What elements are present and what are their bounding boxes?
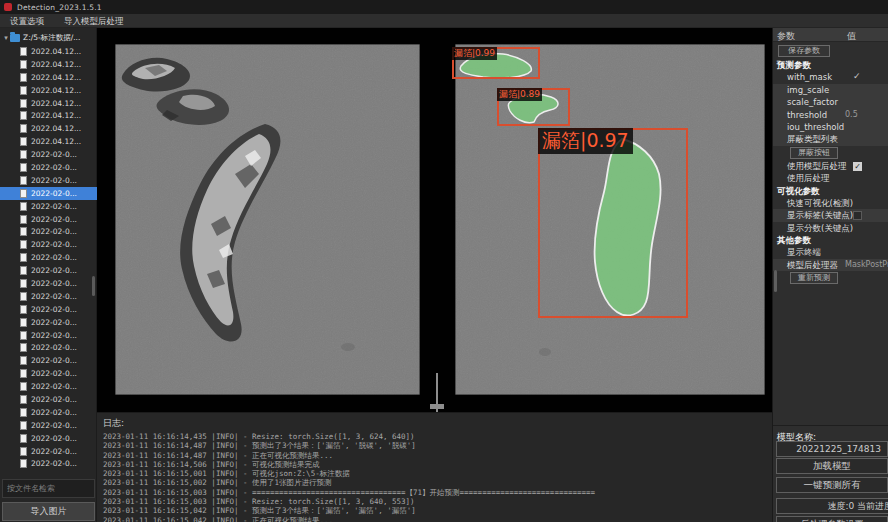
file-icon	[20, 202, 27, 211]
log-lines: 2023-01-11 16:16:14,435 |INFO| - Resize:…	[97, 432, 772, 522]
predict-all-button[interactable]: 一键预测所有	[776, 477, 888, 493]
image-area: 漏箔|0.99漏箔|0.89漏箔|0.97	[97, 28, 772, 412]
file-icon	[20, 227, 27, 236]
tree-item-label: 2022-02-0...	[31, 343, 77, 352]
original-image	[115, 44, 420, 395]
param-section[interactable]: 可视化参数	[773, 185, 888, 197]
param-label: 使用模型后处理	[787, 161, 847, 172]
postprocess-settings-button[interactable]: 后处理参数设置	[776, 516, 888, 522]
param-action-button[interactable]: 重新预测	[790, 272, 838, 284]
tree-item[interactable]: 2022-02-0...	[0, 277, 97, 290]
param-label: scale_factor	[787, 97, 838, 107]
param-label: 屏蔽类型列表	[787, 134, 838, 145]
tree-item[interactable]: 2022.04.12...	[0, 45, 97, 58]
tree-item[interactable]: 2022.04.12...	[0, 84, 97, 97]
tree-item[interactable]: 2022-02-0...	[0, 200, 97, 213]
tree-item-label: 2022-02-0...	[31, 189, 77, 198]
param-row[interactable]: iou_threshold	[773, 121, 888, 133]
param-row[interactable]: threshold0.5	[773, 109, 888, 121]
import-image-button[interactable]: 导入图片	[2, 502, 95, 521]
tree-item[interactable]: 2022-02-0...	[0, 432, 97, 445]
detection-overlay: 漏箔|0.99漏箔|0.89漏箔|0.97	[455, 44, 765, 395]
params-scrollbar[interactable]	[774, 270, 777, 292]
tree-root[interactable]: ▾ Z:/5-标注数据/...	[0, 31, 80, 44]
load-model-button[interactable]: 加载模型	[776, 458, 888, 474]
tree-item-label: 2022-02-0...	[31, 318, 77, 327]
tree-item[interactable]: 2022.04.12...	[0, 109, 97, 122]
param-section[interactable]: 预测参数	[773, 59, 888, 71]
tree-item[interactable]: 2022-02-0...	[0, 290, 97, 303]
tree-item-label: 2022.04.12...	[31, 99, 81, 108]
viewport-prediction[interactable]: 漏箔|0.99漏箔|0.89漏箔|0.97	[455, 44, 765, 395]
tree-item[interactable]: 2022.04.12...	[0, 122, 97, 135]
tree-item[interactable]: 2022-02-0...	[0, 419, 97, 432]
param-button-row: 重新预测	[773, 271, 888, 285]
save-params-button[interactable]: 保存参数	[778, 45, 830, 57]
param-section[interactable]: 其他参数	[773, 234, 888, 246]
checkbox-unchecked-icon[interactable]	[853, 211, 862, 220]
viewport-splitter-handle[interactable]	[430, 404, 444, 409]
log-line: 2023-01-11 16:16:15,003 |INFO| - =======…	[103, 488, 772, 497]
param-row[interactable]: 显示标签(关键点)	[773, 209, 888, 221]
tree-item-label: 2022.04.12...	[31, 137, 81, 146]
param-row[interactable]: 显示终端	[773, 246, 888, 258]
param-row[interactable]: 使用后处理	[773, 172, 888, 184]
log-line: 2023-01-11 16:16:15,001 |INFO| - 可视化json…	[103, 469, 772, 478]
tree-item[interactable]: 2022-02-0...	[0, 380, 97, 393]
file-icon	[20, 305, 27, 314]
tree-item[interactable]: 2022.04.12...	[0, 58, 97, 71]
tree-item[interactable]: 2022-02-0...	[0, 148, 97, 161]
tree-item[interactable]: 2022-02-0...	[0, 251, 97, 264]
tree-item[interactable]: 2022-02-0...	[0, 213, 97, 226]
tree-item[interactable]: 2022-02-0...	[0, 238, 97, 251]
tree-item[interactable]: 2022-02-0...	[0, 367, 97, 380]
param-value: MaskPostPro	[845, 260, 888, 269]
tree-item[interactable]: 2022-02-0...	[0, 329, 97, 342]
tree-item[interactable]: 2022-02-0...	[0, 393, 97, 406]
detection-label: 漏箔|0.89	[497, 88, 542, 101]
file-icon	[20, 292, 27, 301]
search-input[interactable]	[2, 479, 95, 498]
menu-settings[interactable]: 设置选项	[0, 14, 54, 28]
tree-item[interactable]: 2022-02-0...	[0, 225, 97, 238]
viewport-original[interactable]	[115, 44, 420, 395]
tree-item-label: 2022.04.12...	[31, 124, 81, 133]
tree-item[interactable]: 2022.04.12...	[0, 71, 97, 84]
tree-item[interactable]: 2022.04.12...	[0, 97, 97, 110]
file-icon	[20, 73, 27, 82]
tree-item[interactable]: 2022-02-0...	[0, 458, 97, 471]
tree-item[interactable]: 2022-02-0...	[0, 303, 97, 316]
param-row[interactable]: img_scale	[773, 84, 888, 96]
tree-item-label: 2022-02-0...	[31, 292, 77, 301]
app-window: { "window": { "title": "Detection_2023.1…	[0, 0, 888, 522]
checkbox-checked-icon[interactable]: ✓	[853, 162, 862, 171]
param-row[interactable]: 使用模型后处理✓	[773, 160, 888, 172]
param-row[interactable]: with_mask✓	[773, 71, 888, 83]
tree-item[interactable]: 2022-02-0...	[0, 174, 97, 187]
tree-item-label: 2022-02-0...	[31, 459, 77, 468]
param-action-button[interactable]: 屏蔽按钮	[790, 147, 838, 159]
tree-scrollbar[interactable]	[92, 276, 95, 296]
param-row[interactable]: 显示分数(关键点)	[773, 222, 888, 234]
param-row[interactable]: 屏蔽类型列表	[773, 133, 888, 145]
param-row[interactable]: scale_factor	[773, 96, 888, 108]
param-label: threshold	[787, 110, 827, 120]
tree-item[interactable]: 2022-02-0...	[0, 354, 97, 367]
tree-item[interactable]: 2022.04.12...	[0, 135, 97, 148]
tree-item[interactable]: 2022-02-0...	[0, 445, 97, 458]
tree-item[interactable]: 2022-02-0...	[0, 406, 97, 419]
tree-item-label: 2022-02-0...	[31, 253, 77, 262]
param-row[interactable]: 模型后处理器MaskPostPro	[773, 259, 888, 271]
param-row[interactable]: 快速可视化(检测)	[773, 197, 888, 209]
tree-item-label: 2022-02-0...	[31, 356, 77, 365]
tree-item-label: 2022.04.12...	[31, 60, 81, 69]
file-icon	[20, 47, 27, 56]
tree-item[interactable]: 2022-02-0...	[0, 264, 97, 277]
tree-item-label: 2022-02-0...	[31, 395, 77, 404]
model-name-field[interactable]: 20221225_174813	[776, 441, 888, 457]
tree-item[interactable]: 2022-02-0...	[0, 161, 97, 174]
tree-item[interactable]: 2022-02-0...	[0, 316, 97, 329]
tree-item[interactable]: 2022-02-0...	[0, 341, 97, 354]
menu-import-postprocess[interactable]: 导入模型后处理	[54, 14, 134, 28]
tree-item[interactable]: 2022-02-0...	[0, 187, 97, 200]
